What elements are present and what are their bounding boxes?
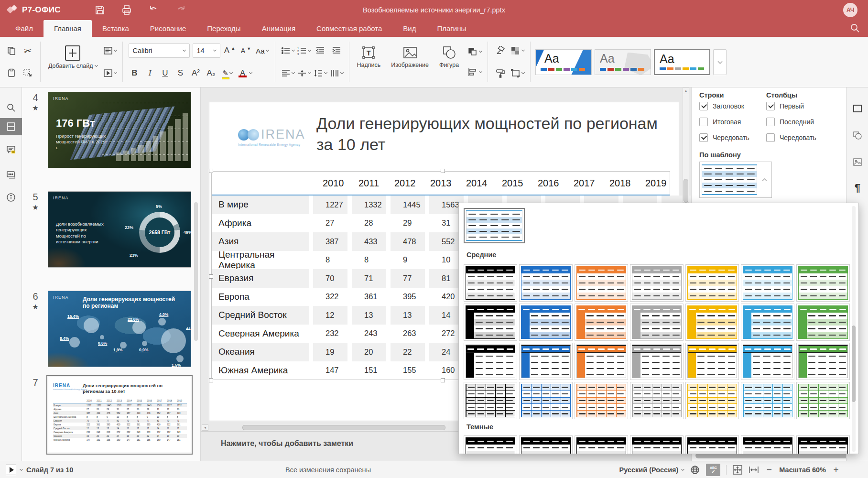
numbered-list-button[interactable]: 123 — [297, 43, 311, 58]
scroll-left-icon[interactable]: ◂ — [202, 424, 208, 431]
slides-panel-icon[interactable] — [0, 118, 22, 135]
table-style-option[interactable] — [685, 343, 739, 380]
chat-icon[interactable] — [0, 166, 22, 183]
zoom-out-button[interactable]: − — [765, 465, 773, 475]
slide-settings-icon[interactable] — [846, 99, 868, 118]
slide-thumbnail-4[interactable]: IRENA 176 ГВт Прирост генерирующих мощно… — [48, 92, 191, 168]
current-template-option[interactable] — [464, 208, 525, 243]
change-case-button[interactable]: Aa — [256, 43, 269, 58]
tab-совместная-работа[interactable]: Совместная работа — [306, 20, 392, 37]
table-style-option[interactable] — [796, 264, 850, 302]
theme-option-1[interactable]: Aa — [535, 49, 592, 75]
tab-главная[interactable]: Главная — [43, 20, 92, 37]
save-icon[interactable] — [94, 4, 106, 16]
thumbnails-scrollbar[interactable] — [194, 202, 198, 341]
copy-style-icon[interactable] — [494, 66, 507, 80]
zoom-in-button[interactable]: + — [832, 465, 840, 475]
table-resize-handle[interactable] — [209, 274, 213, 279]
set-language-icon[interactable] — [690, 465, 700, 475]
paste-button[interactable] — [5, 66, 18, 80]
table-style-option-dark[interactable] — [575, 435, 628, 454]
align-objects-button[interactable] — [467, 65, 482, 79]
table-style-option[interactable] — [796, 343, 850, 380]
table-style-option[interactable] — [741, 382, 794, 419]
tab-плагины[interactable]: Плагины — [426, 20, 477, 37]
fit-to-slide-icon[interactable] — [732, 465, 743, 475]
table-style-option-dark[interactable] — [741, 435, 794, 454]
notes-placeholder[interactable]: Нажмите, чтобы добавить заметки — [221, 439, 353, 448]
comments-icon[interactable] — [0, 141, 22, 158]
subscript-button[interactable]: A₂ — [205, 68, 217, 78]
bullet-list-button[interactable] — [281, 43, 294, 58]
bold-button[interactable]: B — [129, 68, 141, 78]
image-settings-icon[interactable] — [846, 152, 868, 172]
print-icon[interactable] — [120, 4, 133, 16]
slide-title-text[interactable]: Доли генерирующих мощностей по регионам … — [316, 113, 661, 155]
gallery-scrollbar[interactable] — [852, 206, 856, 452]
checkbox-первый[interactable]: Первый — [766, 102, 804, 110]
table-resize-handle[interactable] — [441, 169, 445, 173]
font-color-button[interactable]: A — [238, 66, 252, 80]
spellcheck-icon[interactable]: АВС✓ — [706, 464, 720, 476]
checkbox-чередовать[interactable]: Чередовать — [766, 133, 816, 142]
superscript-button[interactable]: A² — [190, 68, 202, 78]
table-style-option-dark[interactable] — [685, 435, 739, 454]
redo-icon[interactable] — [175, 4, 187, 16]
font-name-select[interactable]: Calibri — [129, 43, 190, 58]
line-spacing-button[interactable] — [314, 66, 327, 80]
start-slideshow-button[interactable] — [103, 66, 117, 80]
tab-вид[interactable]: Вид — [392, 20, 426, 37]
table-style-option-dark[interactable] — [519, 435, 573, 454]
vertical-align-button[interactable] — [297, 66, 311, 80]
shape-settings-icon[interactable] — [846, 126, 868, 145]
tab-переходы[interactable]: Переходы — [196, 20, 251, 37]
scrollbar-thumb[interactable] — [852, 326, 856, 402]
cut-icon[interactable]: ✂ — [21, 43, 34, 58]
paragraph-settings-icon[interactable]: ¶ — [846, 178, 868, 197]
start-slideshow-icon[interactable] — [6, 465, 16, 475]
tab-вставка[interactable]: Вставка — [92, 20, 140, 37]
increase-indent-icon[interactable] — [330, 43, 343, 58]
checkbox-чередовать[interactable]: Чередовать — [699, 133, 749, 142]
scroll-up-icon[interactable]: ▲ — [683, 88, 689, 94]
checkbox-box[interactable] — [699, 118, 708, 126]
table-style-option[interactable] — [519, 382, 573, 419]
scrollbar-thumb[interactable] — [242, 425, 445, 430]
insert-shape-button[interactable]: Фигура — [437, 42, 461, 82]
table-style-option-dark[interactable] — [796, 435, 850, 454]
about-icon[interactable] — [0, 189, 22, 206]
checkbox-box[interactable] — [766, 133, 775, 142]
tab-файл[interactable]: Файл — [5, 20, 43, 37]
undo-icon[interactable] — [147, 4, 160, 16]
table-style-option[interactable] — [519, 343, 573, 380]
tab-анимация[interactable]: Анимация — [251, 20, 306, 37]
table-style-option-dark[interactable] — [464, 435, 517, 454]
chevron-down-icon[interactable] — [20, 467, 23, 471]
shade-fill-button[interactable] — [510, 43, 524, 58]
table-style-option[interactable] — [685, 382, 739, 419]
table-resize-handle[interactable] — [441, 378, 445, 382]
table-style-option[interactable] — [575, 343, 628, 380]
theme-option-2[interactable]: Aa — [595, 49, 651, 75]
highlight-color-button[interactable]: ✎ — [220, 66, 235, 80]
table-template-select[interactable] — [699, 162, 772, 198]
table-style-option-dark[interactable] — [630, 435, 684, 454]
slide-thumbnail-6[interactable]: IRENA Доли генерирующих мощностей по рег… — [48, 291, 191, 367]
table-style-option[interactable] — [519, 304, 573, 341]
table-style-option[interactable] — [630, 264, 684, 302]
arrange-button[interactable] — [467, 44, 482, 59]
table-style-option[interactable] — [741, 343, 794, 380]
table-style-option[interactable] — [464, 382, 517, 419]
decrease-font-icon[interactable]: A▼ — [239, 43, 253, 58]
checkbox-box[interactable] — [699, 133, 708, 142]
slide-layout-button[interactable] — [103, 43, 117, 58]
slide-thumbnail-5[interactable]: IRENA Доли возобновляемых генерирующих м… — [48, 191, 191, 268]
table-resize-handle[interactable] — [209, 378, 213, 382]
increase-font-icon[interactable]: A▲ — [223, 43, 237, 58]
table-style-option[interactable] — [796, 382, 850, 419]
columns-button[interactable] — [330, 66, 343, 80]
table-style-option[interactable] — [519, 264, 573, 302]
table-style-option[interactable] — [741, 304, 794, 341]
checkbox-box[interactable] — [766, 102, 775, 110]
select-tool-icon[interactable] — [21, 66, 34, 80]
